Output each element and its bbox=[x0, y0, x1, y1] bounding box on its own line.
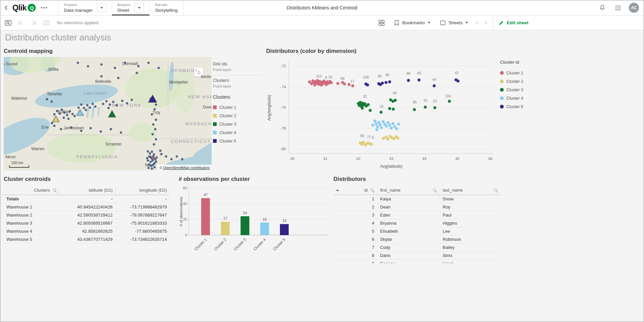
legend-item-cluster-5[interactable]: Cluster 5 bbox=[213, 137, 263, 145]
map-distributor-point[interactable] bbox=[181, 158, 183, 160]
map-distributor-point[interactable] bbox=[112, 101, 114, 103]
map-distributor-point[interactable] bbox=[153, 143, 155, 146]
scatter-point-cluster-3[interactable] bbox=[394, 99, 397, 102]
table-cell[interactable]: Sims bbox=[440, 251, 501, 259]
table-row[interactable]: 6SkylarRobinson bbox=[333, 235, 501, 243]
table-cell[interactable]: 4 bbox=[333, 219, 377, 227]
map-distributor-point[interactable] bbox=[131, 99, 133, 101]
table-cell[interactable]: Dario bbox=[377, 251, 440, 259]
map-distributor-point[interactable] bbox=[147, 159, 149, 162]
search-icon[interactable] bbox=[370, 188, 374, 192]
edit-sheet-button[interactable]: Edit sheet bbox=[493, 15, 644, 30]
map-distributor-point[interactable] bbox=[53, 113, 56, 116]
scatter-point-cluster-5[interactable] bbox=[433, 84, 436, 87]
map-distributor-point[interactable] bbox=[152, 123, 154, 126]
next-sheet-button[interactable] bbox=[481, 15, 490, 30]
map-distributor-point[interactable] bbox=[147, 167, 150, 169]
table-row[interactable]: 5ElisabethLee bbox=[333, 227, 501, 235]
scatter-point-cluster-4[interactable] bbox=[391, 122, 394, 125]
bar-cluster-1[interactable] bbox=[201, 198, 210, 235]
table-cell[interactable]: Warehouse 3 bbox=[4, 219, 60, 227]
table-cell[interactable]: Deacon bbox=[377, 259, 440, 263]
map-distributor-point[interactable] bbox=[176, 155, 178, 158]
table-cell[interactable]: 40.945422240426 bbox=[60, 203, 115, 211]
table-cell[interactable]: -75.901621883333 bbox=[115, 219, 170, 227]
scatter-point-cluster-4[interactable] bbox=[379, 123, 382, 126]
map-distributor-point[interactable] bbox=[155, 156, 158, 159]
map-distributor-point[interactable] bbox=[136, 72, 138, 74]
map-distributor-point[interactable] bbox=[151, 151, 153, 153]
map-centroid-triangle-cluster-2[interactable] bbox=[52, 116, 60, 122]
table-cell[interactable]: 9 bbox=[333, 259, 377, 263]
map-distributor-point[interactable] bbox=[154, 128, 156, 130]
map-canvas[interactable]: ⌂ 100 km © OpenStreetMap contributors n … bbox=[4, 57, 212, 170]
map-distributor-point[interactable] bbox=[159, 150, 162, 152]
table-cell[interactable]: 1 bbox=[333, 195, 377, 203]
search-icon[interactable] bbox=[494, 188, 498, 192]
table-cell[interactable]: Cody bbox=[377, 243, 440, 251]
scatter-point-cluster-5[interactable] bbox=[418, 78, 421, 82]
map-distributor-point[interactable] bbox=[46, 98, 48, 100]
table-cell[interactable]: Warehouse 5 bbox=[4, 235, 60, 243]
legend-item-cluster-4[interactable]: Cluster 4 bbox=[500, 94, 539, 102]
attribution-link[interactable]: OpenStreetMap contributors bbox=[163, 166, 210, 170]
scatter-point-cluster-2[interactable] bbox=[396, 137, 399, 140]
selections-tool-button[interactable] bbox=[4, 19, 12, 27]
map-distributor-point[interactable] bbox=[56, 110, 58, 112]
map-distributor-point[interactable] bbox=[77, 106, 80, 109]
scatter-point-cluster-4[interactable] bbox=[374, 122, 378, 125]
table-cell[interactable]: - bbox=[60, 195, 115, 203]
map-distributor-point[interactable] bbox=[77, 62, 79, 64]
scatter-point-cluster-1[interactable] bbox=[343, 83, 346, 86]
map-distributor-point[interactable] bbox=[109, 103, 111, 106]
table-row[interactable]: 8DarioSims bbox=[333, 251, 501, 259]
back-button[interactable] bbox=[0, 0, 12, 15]
notifications-button[interactable] bbox=[598, 3, 607, 12]
scatter-point-cluster-5[interactable] bbox=[381, 82, 384, 85]
search-icon[interactable] bbox=[433, 188, 437, 192]
table-cell[interactable]: 5 bbox=[333, 227, 377, 235]
table-row[interactable]: Warehouse 342.805089516667-75.9016218833… bbox=[4, 219, 170, 227]
legend-item-cluster-5[interactable]: Cluster 5 bbox=[500, 102, 539, 111]
scatter-point-cluster-3[interactable] bbox=[369, 109, 372, 112]
distributors-table-viewport[interactable]: idfirst_namelast_name1KaiyaSnow2DeanRoy3… bbox=[333, 186, 501, 263]
map-distributor-point[interactable] bbox=[73, 115, 76, 117]
scatter-point-cluster-4[interactable] bbox=[382, 120, 385, 123]
table-cell[interactable]: - bbox=[115, 195, 170, 203]
scatter-point-cluster-3[interactable] bbox=[413, 108, 416, 111]
map-distributor-point[interactable] bbox=[126, 102, 128, 104]
sheets-button[interactable]: Sheets bbox=[435, 15, 473, 30]
map-distributor-point[interactable] bbox=[117, 77, 119, 79]
map-distributor-point[interactable] bbox=[151, 133, 154, 135]
map-distributor-point[interactable] bbox=[115, 104, 118, 106]
map-distributor-point[interactable] bbox=[67, 118, 70, 120]
scatter-point-cluster-5[interactable] bbox=[388, 80, 391, 84]
table-cell[interactable]: -73.734622635714 bbox=[115, 235, 170, 243]
table-cell[interactable]: Hood bbox=[440, 259, 501, 263]
map-distributor-point[interactable] bbox=[90, 127, 92, 129]
scatter-point-cluster-4[interactable] bbox=[388, 124, 391, 127]
map-distributor-point[interactable] bbox=[155, 160, 157, 163]
scatter-point-cluster-3[interactable] bbox=[380, 111, 383, 114]
map-distributor-point[interactable] bbox=[85, 109, 87, 111]
map-distributor-point[interactable] bbox=[170, 158, 173, 160]
map-distributor-point[interactable] bbox=[80, 130, 82, 132]
scatter-point-cluster-4[interactable] bbox=[380, 126, 383, 129]
scatter-point-cluster-4[interactable] bbox=[387, 121, 390, 124]
app-objects-button[interactable] bbox=[377, 19, 386, 27]
map-distributor-point[interactable] bbox=[63, 111, 66, 114]
table-cell[interactable]: Skylar bbox=[377, 235, 440, 243]
map-distributor-point[interactable] bbox=[87, 65, 89, 67]
map-distributor-point[interactable] bbox=[151, 113, 153, 116]
map-distributor-point[interactable] bbox=[61, 108, 63, 111]
map-distributor-point[interactable] bbox=[147, 62, 150, 64]
map-distributor-point[interactable] bbox=[149, 152, 151, 155]
scatter-point-cluster-2[interactable] bbox=[382, 137, 385, 140]
scatter-point-cluster-5[interactable] bbox=[366, 84, 369, 87]
column-header-id[interactable]: id bbox=[333, 186, 377, 195]
scatter-point-cluster-5[interactable] bbox=[457, 79, 460, 83]
step-back-button[interactable] bbox=[16, 19, 25, 27]
table-cell[interactable]: Warehouse 4 bbox=[4, 227, 60, 235]
map-distributor-point[interactable] bbox=[71, 113, 74, 115]
map-distributor-point[interactable] bbox=[83, 107, 85, 109]
